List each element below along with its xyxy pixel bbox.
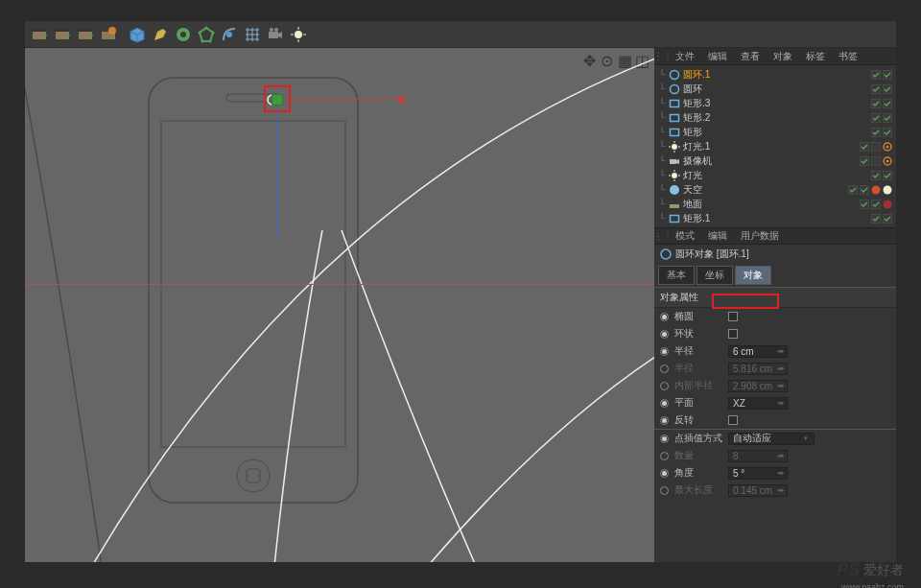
visibility-tag[interactable]: [847, 184, 858, 195]
tab-file[interactable]: 文件: [670, 48, 700, 65]
tb-clapper1[interactable]: [29, 24, 50, 45]
object-row[interactable]: └地面: [654, 197, 896, 211]
radio-icon[interactable]: [660, 469, 669, 478]
object-tag[interactable]: [870, 184, 881, 195]
visibility-tag[interactable]: [870, 213, 881, 223]
value-input[interactable]: 0.145 cm◂▸: [728, 484, 788, 497]
tab-userdata[interactable]: 用户数据: [735, 227, 785, 245]
tab-bookmarks[interactable]: 书签: [833, 48, 863, 65]
object-row[interactable]: └天空: [654, 182, 896, 197]
tb-cube[interactable]: [127, 24, 148, 45]
attr-row: 环状: [654, 325, 896, 342]
radio-icon[interactable]: [660, 382, 669, 390]
attr-subtabs: 基本 坐标 对象: [654, 264, 896, 287]
radio-icon[interactable]: [660, 330, 669, 339]
tb-clapper2[interactable]: [52, 24, 73, 45]
visibility-tag[interactable]: [882, 127, 892, 137]
object-tag[interactable]: [882, 184, 892, 195]
value-input[interactable]: 2.908 cm◂▸: [728, 380, 788, 392]
radio-icon[interactable]: [660, 452, 669, 460]
subtab-basic[interactable]: 基本: [658, 266, 695, 285]
tb-gear-green[interactable]: [173, 24, 194, 45]
value-input[interactable]: 8◂▸: [728, 450, 788, 462]
interp-value[interactable]: 自动适应▾: [728, 433, 815, 445]
radio-icon[interactable]: [660, 435, 669, 443]
rect-icon: [669, 112, 680, 124]
object-row[interactable]: └矩形.1: [654, 211, 896, 225]
object-name: 矩形.1: [683, 212, 867, 225]
tab-edit2[interactable]: 编辑: [702, 227, 733, 245]
visibility-tag[interactable]: [859, 155, 869, 166]
radio-icon[interactable]: [660, 347, 669, 356]
tab-mode[interactable]: 模式: [670, 227, 700, 245]
tab-edit[interactable]: 编辑: [702, 48, 733, 65]
radio-icon[interactable]: [660, 486, 669, 495]
visibility-tag[interactable]: [870, 98, 881, 108]
object-row[interactable]: └灯光: [654, 168, 896, 182]
visibility-tag[interactable]: [882, 69, 892, 80]
visibility-tag[interactable]: [859, 199, 869, 209]
visibility-tag[interactable]: [870, 199, 881, 209]
grip-icon[interactable]: ⋮⋮: [658, 231, 668, 242]
subtab-object[interactable]: 对象: [735, 266, 771, 285]
checkbox[interactable]: [728, 415, 738, 425]
object-row[interactable]: └圆环: [654, 82, 896, 96]
tb-clapper3[interactable]: [75, 24, 96, 45]
value-input[interactable]: 5 °◂▸: [728, 467, 788, 480]
visibility-tag[interactable]: [870, 83, 881, 94]
radio-icon[interactable]: [660, 399, 669, 408]
visibility-tag[interactable]: [870, 141, 881, 152]
visibility-tag[interactable]: [882, 83, 892, 94]
attr-label: 半径: [674, 362, 722, 375]
grip-icon[interactable]: ⋮⋮: [658, 51, 668, 61]
value-input[interactable]: 5.816 cm◂▸: [728, 363, 788, 375]
visibility-tag[interactable]: [870, 112, 881, 123]
object-row[interactable]: └摄像机: [654, 153, 896, 168]
object-row[interactable]: └矩形.3: [654, 96, 896, 110]
tab-tags[interactable]: 标签: [800, 48, 831, 65]
visibility-tag[interactable]: [870, 170, 881, 180]
tb-poly[interactable]: [196, 24, 217, 45]
object-row[interactable]: └圆环.1: [654, 67, 896, 82]
visibility-tag[interactable]: [882, 170, 892, 180]
visibility-tag[interactable]: [882, 112, 892, 123]
object-row[interactable]: └矩形.2: [654, 110, 896, 125]
checkbox[interactable]: [728, 329, 738, 339]
object-tag[interactable]: [882, 155, 892, 166]
value-input[interactable]: XZ◂▸: [728, 397, 788, 410]
svg-point-23: [226, 32, 232, 37]
visibility-tag[interactable]: [882, 98, 892, 108]
viewport[interactable]: ✥ ⊙ ▦ ◫: [25, 48, 654, 562]
visibility-tag[interactable]: [870, 69, 881, 80]
radio-icon[interactable]: [660, 313, 669, 321]
object-row[interactable]: └矩形: [654, 125, 896, 139]
svg-point-76: [670, 185, 679, 195]
tb-pen[interactable]: [150, 24, 171, 45]
visibility-tag[interactable]: [870, 127, 881, 137]
svg-rect-51: [671, 129, 679, 135]
tb-grid[interactable]: [242, 24, 263, 45]
tab-object[interactable]: 对象: [768, 48, 798, 65]
svg-point-26: [270, 28, 273, 32]
visibility-tag[interactable]: [859, 141, 869, 152]
radio-icon[interactable]: [660, 416, 669, 425]
subtab-coord[interactable]: 坐标: [697, 266, 733, 285]
tb-light[interactable]: [288, 24, 309, 45]
visibility-tag[interactable]: [870, 155, 881, 166]
visibility-tag[interactable]: [882, 213, 892, 223]
checkbox[interactable]: [728, 312, 738, 321]
wm-text: 爱好者: [863, 562, 904, 579]
tb-clapper-gear[interactable]: [98, 24, 119, 45]
light-icon: [669, 170, 680, 181]
value-input[interactable]: 6 cm◂▸: [728, 345, 788, 358]
object-tag[interactable]: [882, 199, 892, 209]
object-name: 矩形: [683, 126, 867, 139]
tb-camera[interactable]: [265, 24, 286, 45]
object-tag[interactable]: [882, 141, 892, 152]
radio-icon[interactable]: [660, 365, 669, 373]
visibility-tag[interactable]: [859, 184, 869, 195]
object-row[interactable]: └灯光.1: [654, 139, 896, 153]
tb-arc[interactable]: [219, 24, 240, 45]
drag-handle[interactable]: [398, 96, 405, 103]
tab-view[interactable]: 查看: [735, 48, 766, 65]
